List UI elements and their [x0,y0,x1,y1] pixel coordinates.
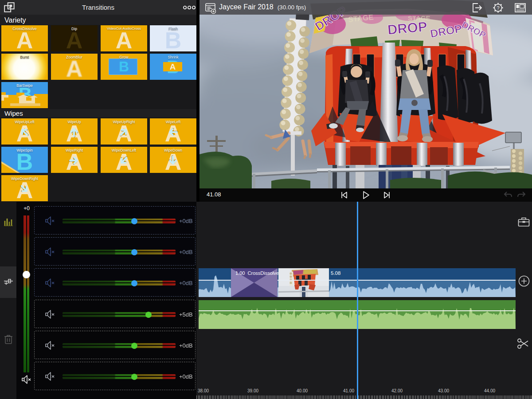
svg-text:STAGE: STAGE [408,14,430,22]
svg-text:?: ? [497,5,499,11]
